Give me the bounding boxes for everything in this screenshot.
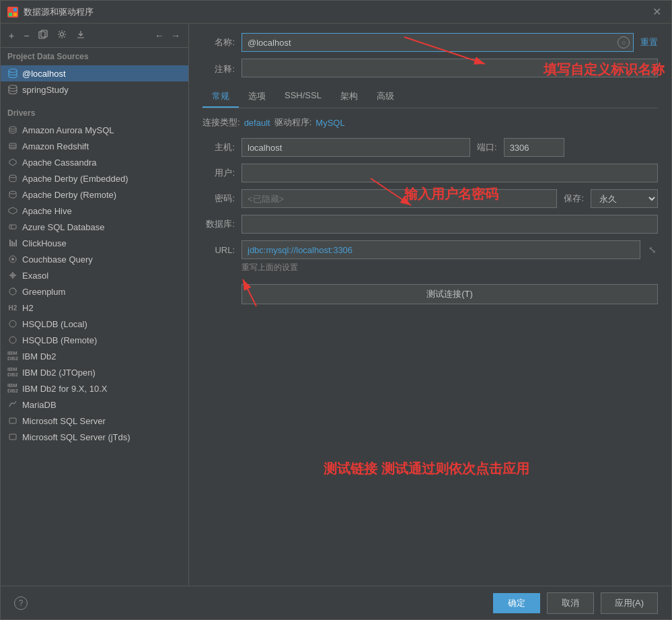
driver-azure-sql-label: Azure SQL Database bbox=[22, 222, 104, 232]
driver-mssql-jtds[interactable]: Microsoft SQL Server (jTds) bbox=[1, 429, 188, 445]
driver-apache-derby-embedded[interactable]: Apache Derby (Embedded) bbox=[1, 170, 188, 186]
driver-mssql-jtds-label: Microsoft SQL Server (jTds) bbox=[22, 432, 130, 442]
driver-amazon-redshift[interactable]: Amazon Redshift bbox=[1, 138, 188, 154]
left-panel: + − bbox=[1, 24, 189, 586]
driver-icon-apache-derby-remote bbox=[7, 189, 18, 200]
driver-value[interactable]: MySQL bbox=[315, 118, 344, 128]
host-row: 主机: 端口: bbox=[202, 138, 658, 157]
driver-icon-amazon-aurora bbox=[7, 125, 18, 135]
datasource-localhost[interactable]: @localhost bbox=[1, 65, 188, 81]
name-clear-button[interactable]: ○ bbox=[618, 36, 630, 48]
driver-couchbase[interactable]: Couchbase Query bbox=[1, 251, 188, 267]
driver-icon-ibm-db2: IBMDB2 bbox=[7, 351, 18, 361]
copy-button[interactable] bbox=[36, 28, 50, 42]
driver-apache-cassandra[interactable]: Apache Cassandra bbox=[1, 154, 188, 170]
driver-exasol[interactable]: Exasol bbox=[1, 267, 188, 283]
driver-h2-label: H2 bbox=[22, 303, 34, 313]
save-label: 保存: bbox=[564, 193, 584, 205]
svg-rect-2 bbox=[9, 13, 12, 16]
close-button[interactable]: ✕ bbox=[649, 5, 665, 18]
driver-icon-clickhouse bbox=[7, 238, 18, 248]
svg-point-14 bbox=[9, 191, 16, 194]
user-input[interactable] bbox=[241, 164, 658, 182]
port-input[interactable] bbox=[504, 138, 564, 157]
driver-apache-hive[interactable]: Apache Hive bbox=[1, 203, 188, 219]
url-input[interactable] bbox=[241, 240, 640, 259]
driver-icon-greenplum bbox=[7, 286, 18, 297]
driver-hsqldb-remote[interactable]: HSQLDB (Remote) bbox=[1, 332, 188, 348]
user-label: 用户: bbox=[202, 167, 235, 179]
driver-amazon-aurora-mysql[interactable]: Amazon Aurora MySQL bbox=[1, 122, 188, 138]
datasource-springstudy[interactable]: springStudy bbox=[1, 81, 188, 98]
svg-point-28 bbox=[9, 337, 16, 343]
forward-button[interactable]: → bbox=[168, 29, 183, 42]
driver-mssql[interactable]: Microsoft SQL Server bbox=[1, 413, 188, 429]
driver-ibm-db2[interactable]: IBMDB2 IBM Db2 bbox=[1, 348, 188, 364]
project-data-sources-header: Project Data Sources bbox=[1, 48, 188, 65]
tab-ssh-ssl[interactable]: SSH/SSL bbox=[275, 86, 331, 108]
main-content: + − bbox=[1, 24, 671, 586]
tab-options[interactable]: 选项 bbox=[239, 86, 275, 108]
driver-mariadb[interactable]: MariaDB bbox=[1, 397, 188, 413]
driver-ibm-db2-9x[interactable]: IBMDB2 IBM Db2 for 9.X, 10.X bbox=[1, 380, 188, 397]
tab-advanced[interactable]: 高级 bbox=[367, 86, 404, 108]
svg-point-8 bbox=[9, 85, 17, 89]
title-bar: 数据源和驱动程序 ✕ bbox=[1, 1, 671, 24]
drivers-header: Drivers bbox=[1, 104, 188, 122]
host-input[interactable] bbox=[241, 138, 470, 157]
bottom-bar: ? 确定 取消 应用(A) bbox=[1, 586, 671, 619]
database-row: 数据库: bbox=[202, 215, 658, 234]
url-row: URL: ⤡ bbox=[202, 240, 658, 259]
password-row: 密码: 保存: 永久 直到重启 从不 bbox=[202, 189, 658, 208]
driver-ibm-db2-label: IBM Db2 bbox=[22, 351, 57, 361]
note-row: 注释: ⤡ bbox=[202, 59, 658, 79]
driver-greenplum[interactable]: Greenplum bbox=[1, 283, 188, 300]
export-button[interactable] bbox=[73, 28, 88, 42]
connection-type-value[interactable]: default bbox=[244, 118, 270, 128]
driver-h2[interactable]: H2 H2 bbox=[1, 300, 188, 316]
settings-button[interactable] bbox=[54, 28, 69, 42]
svg-rect-30 bbox=[9, 434, 16, 440]
svg-rect-1 bbox=[13, 8, 17, 11]
reset-button[interactable]: 重置 bbox=[640, 36, 658, 48]
note-input[interactable] bbox=[241, 59, 658, 77]
right-panel: 名称: ○ 重置 注释: ⤡ 常规 bbox=[189, 24, 671, 586]
svg-point-13 bbox=[9, 175, 16, 178]
cancel-button[interactable]: 取消 bbox=[547, 592, 594, 614]
name-input[interactable] bbox=[241, 33, 634, 52]
password-input[interactable] bbox=[241, 189, 557, 208]
database-input[interactable] bbox=[241, 215, 658, 234]
driver-ibm-db2-jtopen-label: IBM Db2 (JTOpen) bbox=[22, 368, 96, 378]
driver-clickhouse-label: ClickHouse bbox=[22, 238, 67, 248]
url-expand-button[interactable]: ⤡ bbox=[647, 243, 658, 256]
tab-schema[interactable]: 架构 bbox=[331, 86, 367, 108]
driver-amazon-aurora-mysql-label: Amazon Aurora MySQL bbox=[22, 125, 114, 135]
right-panel-wrapper: 名称: ○ 重置 注释: ⤡ 常规 bbox=[189, 24, 671, 586]
name-field-wrapper: ○ bbox=[241, 33, 634, 52]
test-connection-button[interactable]: 测试连接(T) bbox=[241, 284, 658, 304]
datasource-icon bbox=[7, 68, 18, 79]
driver-azure-sql[interactable]: Azure SQL Database bbox=[1, 219, 188, 235]
save-select[interactable]: 永久 直到重启 从不 bbox=[591, 189, 658, 208]
driver-clickhouse[interactable]: ClickHouse bbox=[1, 235, 188, 251]
driver-icon-mssql-jtds bbox=[7, 432, 18, 442]
driver-apache-derby-remote[interactable]: Apache Derby (Remote) bbox=[1, 186, 188, 203]
driver-hsqldb-local[interactable]: HSQLDB (Local) bbox=[1, 316, 188, 332]
database-label: 数据库: bbox=[202, 218, 235, 230]
toolbar: + − bbox=[1, 24, 188, 48]
driver-apache-derby-embedded-label: Apache Derby (Embedded) bbox=[22, 174, 128, 184]
remove-button[interactable]: − bbox=[21, 29, 32, 42]
tab-general[interactable]: 常规 bbox=[202, 86, 239, 108]
driver-hsqldb-remote-label: HSQLDB (Remote) bbox=[22, 335, 97, 345]
driver-icon-couchbase bbox=[7, 254, 18, 265]
driver-ibm-db2-jtopen[interactable]: IBMDB2 IBM Db2 (JTOpen) bbox=[1, 364, 188, 380]
add-button[interactable]: + bbox=[6, 29, 17, 42]
connection-type-label: 连接类型: bbox=[202, 116, 240, 129]
svg-rect-10 bbox=[9, 143, 16, 149]
driver-mariadb-label: MariaDB bbox=[22, 400, 57, 410]
help-button[interactable]: ? bbox=[14, 596, 28, 610]
back-button[interactable]: ← bbox=[152, 29, 167, 42]
ok-button[interactable]: 确定 bbox=[493, 593, 540, 613]
apply-button[interactable]: 应用(A) bbox=[601, 592, 658, 614]
driver-greenplum-label: Greenplum bbox=[22, 287, 65, 297]
